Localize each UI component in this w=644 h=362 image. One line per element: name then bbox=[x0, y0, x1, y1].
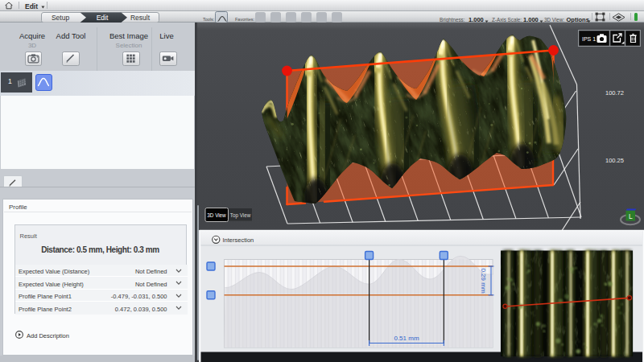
svg-text:L: L bbox=[629, 212, 633, 220]
svg-text:3D View: 3D View bbox=[207, 212, 226, 218]
svg-text:0.29 mm: 0.29 mm bbox=[480, 268, 487, 293]
svg-text:Result: Result bbox=[130, 14, 151, 22]
svg-text:Edit: Edit bbox=[97, 14, 109, 22]
svg-text:0.51 mm: 0.51 mm bbox=[394, 335, 419, 342]
svg-text:IPS 1: IPS 1 bbox=[582, 36, 596, 42]
svg-text:100.72: 100.72 bbox=[605, 89, 624, 97]
svg-text:Top View: Top View bbox=[230, 212, 251, 219]
svg-text:Setup: Setup bbox=[52, 14, 69, 22]
svg-text:Intersection: Intersection bbox=[223, 237, 254, 244]
svg-text:100.25: 100.25 bbox=[605, 157, 624, 164]
